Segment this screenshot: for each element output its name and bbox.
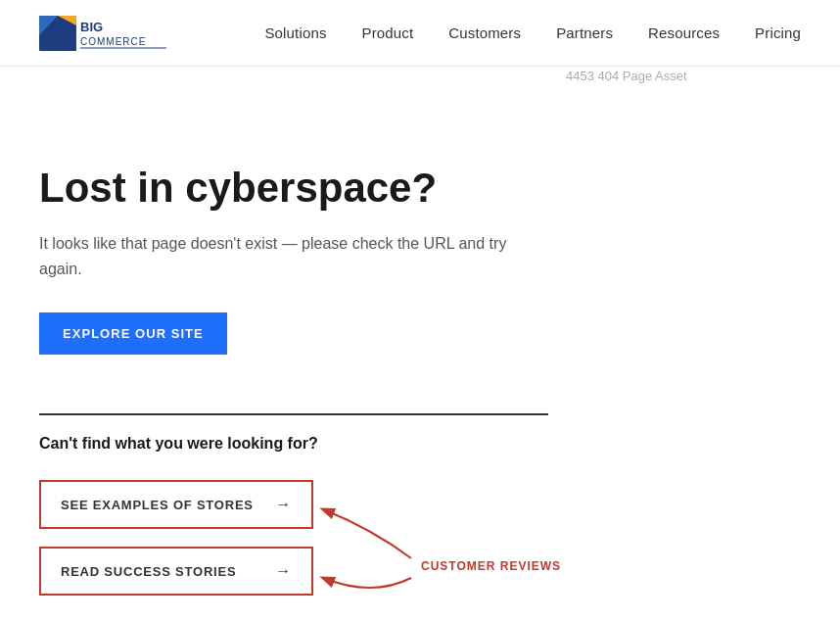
main-nav: Solutions Product Customers Partners Res… [264,24,801,41]
divider [39,413,548,415]
arrow-icon-1: → [275,496,292,513]
nav-item-partners[interactable]: Partners [556,24,613,41]
explore-button[interactable]: EXPLORE OUR SITE [39,312,227,355]
svg-text:COMMERCE: COMMERCE [80,36,146,47]
nav-item-product[interactable]: Product [362,24,414,41]
page-heading: Lost in cyberspace? [39,165,548,212]
left-column: Lost in cyberspace? It looks like that p… [39,106,548,613]
read-success-label: READ SUCCESS STORIES [61,564,236,579]
see-examples-label: SEE EXAMPLES OF STORES [61,498,254,512]
arrow-icon-2: → [275,562,292,580]
main-content: Lost in cyberspace? It looks like that p… [0,67,840,613]
nav-item-solutions[interactable]: Solutions [264,24,326,41]
svg-text:BIG: BIG [80,20,103,34]
nav-item-pricing[interactable]: Pricing [755,24,801,41]
nav-item-resources[interactable]: Resources [648,24,720,41]
right-column: 4453 404 Page Asset [566,67,801,84]
cant-find-label: Can't find what you were looking for? [39,435,548,453]
image-placeholder: 4453 404 Page Asset [566,69,687,83]
read-success-link[interactable]: READ SUCCESS STORIES → [39,547,313,596]
see-examples-link[interactable]: SEE EXAMPLES OF STORES → [39,480,313,529]
logo[interactable]: BIG COMMERCE [39,12,166,55]
links-section: CUSTOMER REVIEWS SEE EXAMPLES OF STORES … [39,480,548,613]
subtitle: It looks like that page doesn't exist — … [39,231,509,281]
nav-item-customers[interactable]: Customers [448,24,521,41]
annotation-area: SEE EXAMPLES OF STORES → READ SUCCESS ST… [39,480,548,613]
header: BIG COMMERCE Solutions Product Customers… [0,0,840,67]
